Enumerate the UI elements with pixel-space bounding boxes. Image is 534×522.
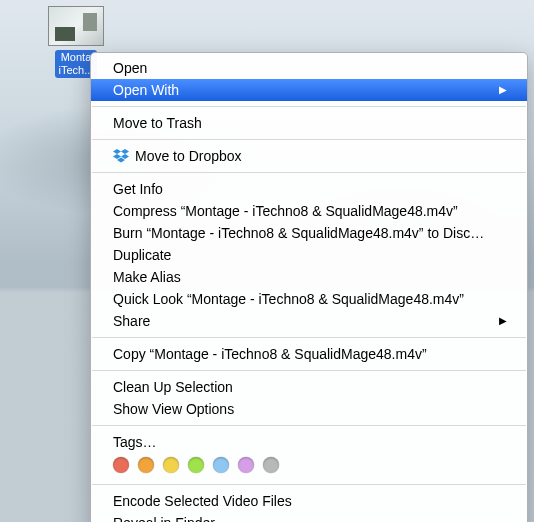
menu-item-get-info[interactable]: Get Info [91, 178, 527, 200]
file-thumbnail [48, 6, 104, 46]
menu-item-move-to-trash[interactable]: Move to Trash [91, 112, 527, 134]
menu-item-compress[interactable]: Compress “Montage - iTechno8 & SqualidMa… [91, 200, 527, 222]
menu-item-duplicate[interactable]: Duplicate [91, 244, 527, 266]
menu-item-show-view-options[interactable]: Show View Options [91, 398, 527, 420]
menu-separator [92, 172, 526, 173]
menu-item-reveal[interactable]: Reveal in Finder [91, 512, 527, 522]
file-label-line1: Monta [59, 51, 94, 64]
menu-item-make-alias[interactable]: Make Alias [91, 266, 527, 288]
dropbox-icon [113, 148, 129, 164]
submenu-arrow-icon: ▶ [499, 312, 507, 330]
tag-dot-yellow[interactable] [163, 457, 179, 473]
menu-separator [92, 425, 526, 426]
menu-item-share[interactable]: Share ▶ [91, 310, 527, 332]
tag-dot-red[interactable] [113, 457, 129, 473]
menu-item-open[interactable]: Open [91, 57, 527, 79]
submenu-arrow-icon: ▶ [499, 81, 507, 99]
menu-item-tags[interactable]: Tags… [91, 431, 527, 453]
menu-separator [92, 106, 526, 107]
menu-item-open-with[interactable]: Open With ▶ [91, 79, 527, 101]
tag-dot-gray[interactable] [263, 457, 279, 473]
menu-separator [92, 337, 526, 338]
menu-item-quick-look[interactable]: Quick Look “Montage - iTechno8 & Squalid… [91, 288, 527, 310]
tag-dot-orange[interactable] [138, 457, 154, 473]
menu-item-copy[interactable]: Copy “Montage - iTechno8 & SqualidMage48… [91, 343, 527, 365]
tags-row [91, 453, 527, 479]
file-label-line2: iTech... [59, 64, 94, 77]
menu-item-clean-up[interactable]: Clean Up Selection [91, 376, 527, 398]
tag-dot-green[interactable] [188, 457, 204, 473]
menu-separator [92, 370, 526, 371]
context-menu: Open Open With ▶ Move to Trash Move to D… [90, 52, 528, 522]
menu-separator [92, 139, 526, 140]
menu-separator [92, 484, 526, 485]
tag-dot-blue[interactable] [213, 457, 229, 473]
menu-item-encode[interactable]: Encode Selected Video Files [91, 490, 527, 512]
menu-item-move-to-dropbox[interactable]: Move to Dropbox [91, 145, 527, 167]
tag-dot-purple[interactable] [238, 457, 254, 473]
menu-item-burn[interactable]: Burn “Montage - iTechno8 & SqualidMage48… [91, 222, 527, 244]
